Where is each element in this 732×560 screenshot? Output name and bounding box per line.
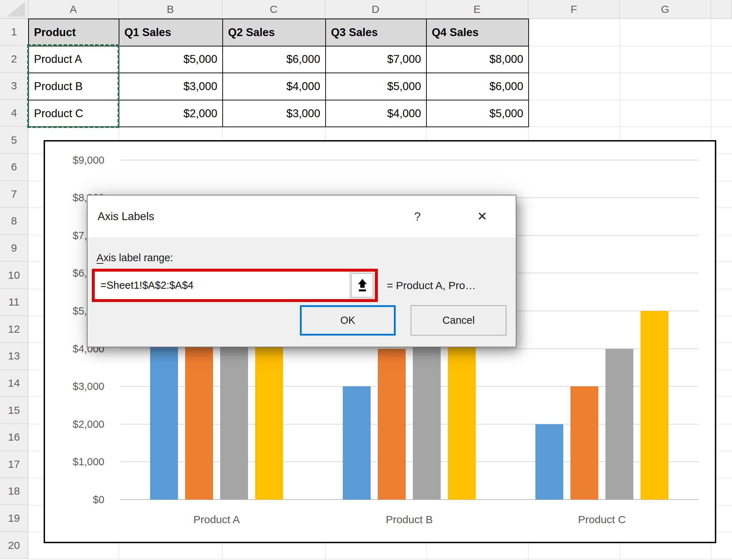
row-header-11[interactable]: 11 (0, 289, 28, 316)
axis-labels-dialog: Axis Labels ? ✕ Axis label range: =Sheet… (87, 195, 516, 347)
axis-label-range-label: Axis label range: (97, 252, 173, 264)
y-axis-tick-label[interactable]: $0 (45, 492, 104, 507)
cancel-button[interactable]: Cancel (411, 305, 506, 336)
select-all-corner[interactable] (0, 0, 28, 19)
select-all-triangle-icon (6, 2, 25, 17)
row-header-9[interactable]: 9 (0, 235, 28, 262)
x-axis-category-label[interactable]: Product A (156, 512, 277, 527)
cell-d2[interactable]: $7,000 (326, 46, 427, 74)
column-header-e[interactable]: E (426, 0, 528, 19)
table-header-product[interactable]: Product (29, 19, 119, 46)
dialog-titlebar[interactable]: Axis Labels ? ✕ (88, 195, 516, 237)
row-header-3[interactable]: 3 (0, 73, 28, 100)
x-axis-category-label[interactable]: Product B (348, 512, 470, 527)
cell-e2[interactable]: $8,000 (427, 46, 529, 74)
row-header-8[interactable]: 8 (0, 208, 28, 235)
gridline (28, 559, 732, 559)
label-accelerator: A (97, 252, 103, 263)
bar-q4-sales-product-c[interactable] (640, 311, 668, 500)
table-header-q1-sales[interactable]: Q1 Sales (119, 19, 223, 46)
row-header-2[interactable]: 2 (0, 46, 28, 73)
bar-q3-sales-product-c[interactable] (605, 349, 633, 500)
column-header-a[interactable]: A (28, 0, 119, 19)
ok-button[interactable]: OK (300, 305, 396, 336)
row-header-6[interactable]: 6 (0, 154, 28, 181)
row-header-14[interactable]: 14 (0, 370, 28, 397)
cell-d3[interactable]: $5,000 (326, 73, 427, 100)
red-highlight-annotation: =Sheet1!$A$2:$A$4 (92, 269, 378, 302)
cell-e4[interactable]: $5,000 (427, 100, 529, 128)
column-header-partial[interactable] (711, 0, 732, 19)
cell-a3[interactable]: Product B (29, 73, 119, 100)
row-header-4[interactable]: 4 (0, 100, 28, 127)
row-header-12[interactable]: 12 (0, 316, 28, 343)
row-header-13[interactable]: 13 (0, 343, 28, 370)
excel-worksheet: ABCDEFG 1234567891011121314151617181920 … (0, 0, 732, 560)
row-header-7[interactable]: 7 (0, 181, 28, 208)
x-axis-category-label[interactable]: Product C (541, 512, 663, 527)
cell-d4[interactable]: $4,000 (326, 100, 427, 128)
y-axis-tick-label[interactable]: $2,000 (45, 417, 104, 431)
cell-b2[interactable]: $5,000 (119, 46, 223, 74)
row-header-19[interactable]: 19 (0, 505, 28, 532)
cell-a4[interactable]: Product C (29, 100, 119, 128)
row-header-18[interactable]: 18 (0, 478, 28, 505)
label-rest: xis label range: (103, 252, 173, 263)
row-header-10[interactable]: 10 (0, 262, 28, 289)
cell-c4[interactable]: $3,000 (223, 100, 326, 128)
column-header-d[interactable]: D (325, 0, 426, 19)
cell-e3[interactable]: $6,000 (427, 73, 529, 100)
cell-a2[interactable]: Product A (29, 46, 119, 74)
column-header-c[interactable]: C (222, 0, 325, 19)
row-header-20[interactable]: 20 (0, 532, 28, 559)
bar-q1-sales-product-b[interactable] (343, 386, 371, 500)
cell-b4[interactable]: $2,000 (119, 100, 223, 128)
row-header-16[interactable]: 16 (0, 424, 28, 451)
row-header-5[interactable]: 5 (0, 127, 28, 154)
dialog-title: Axis Labels (98, 195, 154, 237)
y-axis-tick-label[interactable]: $3,000 (45, 379, 104, 393)
table-header-q3-sales[interactable]: Q3 Sales (326, 19, 427, 46)
help-icon[interactable]: ? (404, 195, 431, 237)
table-header-q4-sales[interactable]: Q4 Sales (427, 19, 529, 46)
y-axis-tick-label[interactable]: $9,000 (45, 153, 104, 167)
bar-q2-sales-product-b[interactable] (378, 349, 406, 500)
y-axis-tick-label[interactable]: $1,000 (45, 455, 104, 469)
range-value: =Sheet1!$A$2:$A$4 (95, 272, 349, 299)
column-header-g[interactable]: G (620, 0, 711, 19)
collapse-dialog-icon (351, 273, 373, 297)
bar-q1-sales-product-c[interactable] (535, 424, 563, 500)
row-header-1[interactable]: 1 (0, 19, 28, 46)
cell-c3[interactable]: $4,000 (223, 73, 326, 100)
column-header-b[interactable]: B (119, 0, 222, 19)
data-table: Product Q1 Sales Q2 Sales Q3 Sales Q4 Sa… (28, 19, 529, 127)
row-header-15[interactable]: 15 (0, 397, 28, 424)
close-icon[interactable]: ✕ (467, 195, 497, 237)
row-header-17[interactable]: 17 (0, 451, 28, 478)
range-preview: = Product A, Pro… (387, 269, 515, 302)
column-header-f[interactable]: F (528, 0, 620, 19)
collapse-dialog-button[interactable] (349, 272, 375, 299)
cell-c2[interactable]: $6,000 (223, 46, 326, 74)
chart-gridline (120, 160, 698, 160)
cell-b3[interactable]: $3,000 (119, 73, 223, 100)
bar-q2-sales-product-c[interactable] (570, 386, 598, 500)
table-header-q2-sales[interactable]: Q2 Sales (223, 19, 326, 46)
axis-label-range-input[interactable]: =Sheet1!$A$2:$A$4 (95, 272, 375, 299)
